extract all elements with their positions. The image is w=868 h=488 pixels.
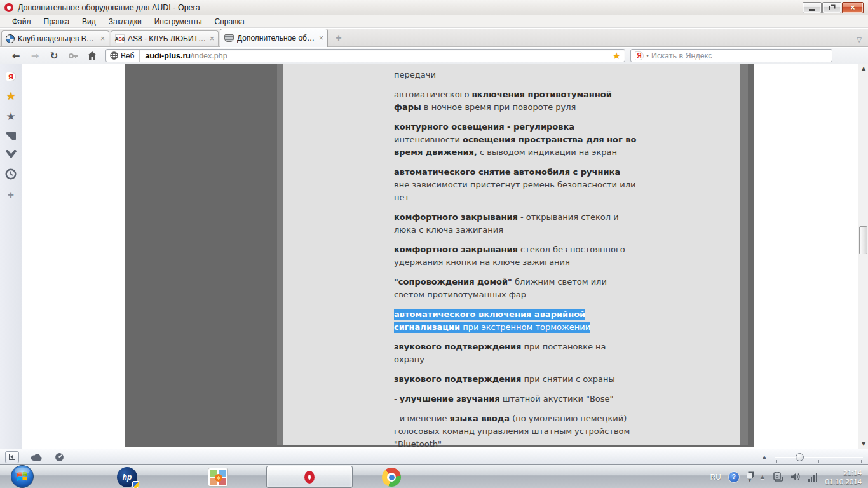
taskbar-hp-advisor-button[interactable]: hp xyxy=(116,466,138,488)
forward-button[interactable]: → xyxy=(25,50,44,62)
taskbar-photo-viewer-button[interactable] xyxy=(207,466,229,488)
chrome-icon xyxy=(382,468,401,487)
back-button[interactable]: ← xyxy=(6,50,25,62)
search-input[interactable] xyxy=(651,51,828,60)
power-plug-tray-icon[interactable] xyxy=(772,472,783,482)
menu-bar: Файл Правка Вид Закладки Инструменты Спр… xyxy=(0,15,868,28)
menu-help[interactable]: Справка xyxy=(209,16,250,27)
network-signal-tray-icon[interactable] xyxy=(808,473,818,482)
tab-list-dropdown-icon[interactable]: ▽ xyxy=(857,36,862,43)
tab-close-icon[interactable]: × xyxy=(100,35,105,43)
content-paragraph: передачи xyxy=(394,69,637,81)
close-button[interactable]: × xyxy=(842,2,864,13)
content-paragraph: - изменение языка ввода (по умолчанию не… xyxy=(394,412,637,447)
taskbar-chrome-button[interactable] xyxy=(381,466,402,488)
menu-tools[interactable]: Инструменты xyxy=(149,16,208,27)
text-segment: в ночное время при повороте руля xyxy=(421,102,576,112)
text-segment: при снятии с охраны xyxy=(521,374,614,384)
web-badge[interactable]: Веб xyxy=(106,50,140,62)
zoom-slider[interactable] xyxy=(775,452,863,463)
new-tab-button[interactable]: + xyxy=(332,32,346,44)
content-paragraph: автоматического включения противотуманно… xyxy=(394,88,637,114)
taskbar-clock[interactable]: 21:14 01.10.2014 xyxy=(825,468,862,486)
zoom-slider-track xyxy=(775,457,863,458)
content-paragraph: - улучшение звучания штатной акустики "B… xyxy=(394,393,637,405)
zoom-slider-knob[interactable] xyxy=(796,453,804,461)
text-segment: - xyxy=(394,394,400,403)
tab-title: AS8 - КЛУБ ЛЮБИТЕЛ... xyxy=(128,34,207,43)
display-tray-icon[interactable]: ▼ xyxy=(747,473,753,482)
opera-logo-icon xyxy=(4,3,13,12)
history-clock-icon[interactable] xyxy=(5,168,17,180)
yandex-icon: Я xyxy=(635,51,644,60)
page-viewport: передачиавтоматического включения против… xyxy=(22,64,858,447)
title-bar: Дополнительное оборудование для AUDI - O… xyxy=(0,0,868,15)
tab-close-icon[interactable]: × xyxy=(319,34,323,42)
menu-file[interactable]: Файл xyxy=(6,16,37,27)
bookmark-star-icon[interactable]: ★ xyxy=(613,50,625,62)
content-paragraph: комфортного закрывания стекол без постоя… xyxy=(394,243,637,269)
opera-icon xyxy=(304,471,315,484)
reload-button[interactable]: ↻ xyxy=(44,50,64,62)
help-tray-icon[interactable]: ? xyxy=(729,472,739,482)
bookmarks-panel-icon[interactable]: ★ xyxy=(6,91,15,102)
url-path: /index.php xyxy=(191,51,227,60)
address-bar[interactable]: Веб audi-plus.ru/index.php ★ xyxy=(105,49,625,62)
taskbar-opera-button-active[interactable] xyxy=(266,466,353,488)
menu-view[interactable]: Вид xyxy=(76,16,102,27)
audi-grille-favicon xyxy=(224,34,234,42)
speed-dial-star-icon[interactable]: ★ xyxy=(6,111,15,122)
restore-button[interactable] xyxy=(822,2,841,13)
tab-close-icon[interactable]: × xyxy=(210,35,214,43)
url-domain: audi-plus.ru xyxy=(145,51,191,60)
zoom-popup-arrow-icon[interactable]: ▲ xyxy=(763,454,766,460)
text-segment: штатной акустики "Bose" xyxy=(500,394,614,403)
as8-favicon: AS8 xyxy=(115,34,125,43)
volume-tray-icon[interactable] xyxy=(790,472,801,482)
text-segment: комфортного закрывания xyxy=(394,245,518,254)
clock-time: 21:14 xyxy=(825,468,862,477)
tab-title: Клуб владельцев BM...... xyxy=(18,34,97,43)
search-bar[interactable]: Я ▾ xyxy=(630,49,832,62)
url-text[interactable]: audi-plus.ru/index.php xyxy=(140,51,612,60)
flower-icon xyxy=(215,474,222,482)
notes-panel-icon[interactable] xyxy=(6,132,16,140)
bmw-favicon xyxy=(6,34,15,43)
opera-turbo-icon[interactable] xyxy=(55,452,64,462)
content-paragraphs: передачиавтоматического включения против… xyxy=(394,69,637,447)
text-segment: с выводом индикации на экран xyxy=(477,147,617,157)
yandex-panel-icon[interactable]: Я xyxy=(6,72,16,81)
vertical-scrollbar[interactable]: ▲ ▼ xyxy=(858,64,868,449)
add-panel-icon[interactable]: + xyxy=(8,189,14,200)
search-engine-dropdown-icon[interactable]: ▾ xyxy=(646,53,649,58)
chevron-down-icon: ▼ xyxy=(748,478,751,482)
close-icon: × xyxy=(850,3,855,12)
minimize-button[interactable] xyxy=(803,2,822,13)
windows-taskbar: hp RU ? ▼ ▲ xyxy=(0,464,868,488)
content-paragraph: комфортного закрывания - открывания стек… xyxy=(394,211,637,236)
show-hidden-icons-arrow[interactable]: ▲ xyxy=(761,474,764,480)
scroll-down-arrow[interactable]: ▼ xyxy=(858,440,868,449)
slider-tick xyxy=(818,460,819,463)
tab-title: Дополнительное обо... xyxy=(237,34,316,43)
tab-as8-club[interactable]: AS8 AS8 - КЛУБ ЛЮБИТЕЛ... × xyxy=(111,30,219,46)
text-segment: при экстренном торможении xyxy=(460,322,590,333)
content-paragraph: звукового подтверждения при снятии с охр… xyxy=(394,373,637,386)
downloads-panel-icon[interactable] xyxy=(6,150,17,159)
start-button[interactable] xyxy=(10,464,34,488)
menu-edit[interactable]: Правка xyxy=(38,16,76,27)
system-tray: RU ? ▼ ▲ 21:14 01.10.2014 xyxy=(710,465,868,488)
text-segment: автоматического снятие автомобиля с ручн… xyxy=(394,167,620,177)
toggle-panels-button[interactable] xyxy=(5,451,19,463)
tab-bmw-club[interactable]: Клуб владельцев BM...... × xyxy=(1,30,109,46)
home-button[interactable] xyxy=(83,51,102,60)
text-segment: "сопровождения домой" xyxy=(394,277,512,287)
content-paragraph: контурного освещения - регулировка интен… xyxy=(394,121,637,159)
menu-bookmarks[interactable]: Закладки xyxy=(103,16,147,27)
scrollbar-thumb[interactable] xyxy=(859,226,867,254)
scroll-up-arrow[interactable]: ▲ xyxy=(858,64,868,73)
opera-unite-cloud-icon[interactable] xyxy=(31,453,43,461)
tab-audi-equipment-active[interactable]: Дополнительное обо... × xyxy=(220,29,328,47)
language-indicator[interactable]: RU xyxy=(710,473,721,482)
wand-key-icon[interactable] xyxy=(64,51,83,61)
